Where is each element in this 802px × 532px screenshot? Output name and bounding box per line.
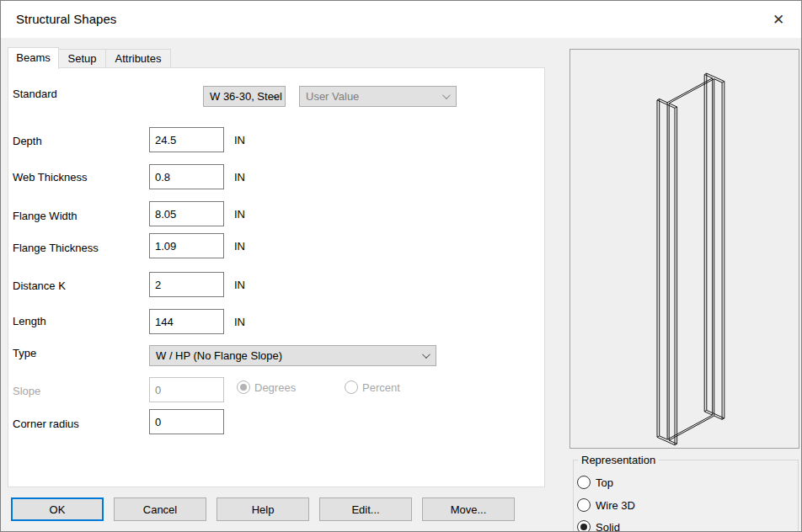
close-icon[interactable]: ✕ [764,7,793,32]
web-thickness-field[interactable] [149,164,224,189]
tab-attributes-label: Attributes [115,52,162,65]
help-button[interactable]: Help [217,497,309,521]
depth-label: Depth [13,135,42,147]
solid-radio[interactable] [577,520,591,532]
distance-k-label: Distance K [13,279,66,292]
titlebar: Structural Shapes ✕ [1,1,801,38]
percent-radio-label: Percent [362,381,400,394]
percent-radio [345,380,358,394]
flange-thickness-label: Flange Thickness [13,242,99,254]
type-dropdown[interactable]: W / HP (No Flange Slope) [149,345,436,366]
degrees-radio-label: Degrees [254,381,296,394]
cancel-button[interactable]: Cancel [114,497,206,521]
standard-label: Standard [13,88,57,100]
standard-dropdown[interactable]: W 36-30, Steel [203,86,286,107]
flange-width-label: Flange Width [13,210,78,222]
tab-setup[interactable]: Setup [58,49,106,68]
user-value-dropdown-value: User Value [306,90,359,103]
depth-unit: IN [234,134,245,146]
web-thickness-unit: IN [234,171,245,184]
wire-3d-radio[interactable] [577,498,591,512]
tab-beams-label: Beams [16,51,50,64]
corner-radius-field[interactable] [149,409,224,434]
move-button[interactable]: Move... [422,497,515,521]
wire-3d-radio-label: Wire 3D [596,499,635,512]
beam-wireframe-drawing [570,50,799,448]
distance-k-field[interactable] [149,272,224,297]
solid-radio-label: Solid [596,521,620,532]
user-value-dropdown: User Value [299,86,457,107]
flange-thickness-unit: IN [234,240,245,253]
flange-width-unit: IN [234,208,245,221]
slope-field [149,377,224,402]
top-radio[interactable] [577,476,591,489]
web-thickness-label: Web Thickness [13,171,87,184]
tab-beams[interactable]: Beams [8,47,59,69]
chevron-down-icon [442,91,451,99]
beam-preview-panel [569,49,799,449]
depth-field[interactable] [149,127,224,152]
distance-k-unit: IN [234,279,245,291]
dialog-title: Structural Shapes [16,12,116,26]
type-label: Type [13,347,36,359]
standard-dropdown-value: W 36-30, Steel [210,90,282,103]
chevron-down-icon [422,350,430,359]
length-label: Length [13,315,46,327]
tab-attributes[interactable]: Attributes [105,49,171,68]
flange-thickness-field[interactable] [149,233,224,258]
beams-tab-page [8,67,545,487]
length-unit: IN [234,316,245,328]
edit-button[interactable]: Edit... [319,497,412,521]
type-dropdown-value: W / HP (No Flange Slope) [156,349,282,362]
slope-label: Slope [13,385,40,397]
ok-button[interactable]: OK [11,497,104,521]
length-field[interactable] [149,309,224,334]
tab-setup-label: Setup [68,52,97,65]
structural-shapes-dialog: Structural Shapes ✕ Beams Setup Attribut… [0,0,802,532]
degrees-radio [237,380,250,394]
top-radio-label: Top [596,476,613,489]
representation-group-label: Representation [578,454,659,466]
flange-width-field[interactable] [149,201,224,226]
corner-radius-label: Corner radius [13,418,79,430]
